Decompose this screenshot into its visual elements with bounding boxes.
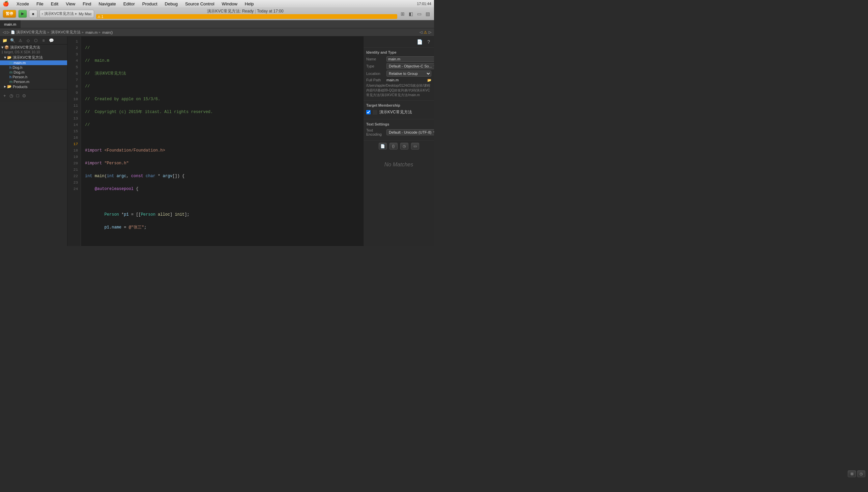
nav-file-main-m[interactable]: m main.m	[0, 60, 67, 65]
identity-section: Identity and Type Name Type Default - Ob…	[364, 48, 434, 101]
breadcrumb-symbol[interactable]: main()	[102, 30, 113, 34]
code-line-1: //	[85, 45, 359, 51]
inspector-split-btn[interactable]: ▭	[411, 143, 419, 149]
target-name-label: 演示KVC常见方法	[379, 109, 412, 115]
location-row: Location Relative to Group	[366, 71, 431, 77]
recent-files-button[interactable]: ◷	[9, 93, 14, 99]
code-line-7: //	[85, 122, 359, 128]
code-line-15: p1.name = @"张三";	[85, 224, 359, 231]
menu-file[interactable]: File	[35, 1, 45, 7]
nav-products-label: Products	[13, 85, 27, 89]
main-content: 📁 🔍 ⚠ ◇ ⬡ ≡ 💬 ▶ 📦 演示KVC常见方法 1 target, OS…	[0, 36, 434, 246]
menu-window[interactable]: Window	[220, 1, 239, 7]
target-membership-title: Target Membership	[366, 103, 431, 107]
identity-title: Identity and Type	[366, 50, 431, 54]
menu-help[interactable]: Help	[243, 1, 255, 7]
navigator-toggle[interactable]: ◧	[407, 10, 415, 17]
file-tab-main[interactable]: main.m	[0, 20, 21, 28]
breadcrumb-project[interactable]: 演示KVC常见方法	[16, 30, 46, 35]
nav-folder-icon[interactable]: 📁	[1, 37, 8, 44]
nav-search-icon[interactable]: 🔍	[9, 37, 16, 44]
reveal-file-btn[interactable]: 📂	[427, 78, 431, 82]
more-options-button[interactable]: ⊙	[22, 93, 27, 99]
nav-file-label-personh: Person.h	[12, 75, 27, 79]
location-select[interactable]: Relative to Group	[387, 71, 431, 77]
h-file-icon: h	[9, 66, 11, 70]
menu-product[interactable]: Product	[141, 1, 159, 7]
inspector-file-btn[interactable]: 📄	[415, 39, 425, 45]
fullpath-label: Full Path	[366, 78, 387, 82]
nav-report-icon[interactable]: ≡	[40, 37, 47, 44]
name-row: Name	[366, 56, 431, 62]
nav-project-root[interactable]: ▶ 📦 演示KVC常见方法	[0, 45, 67, 50]
nav-group-name: 演示KVC常见方法	[13, 55, 43, 60]
warning-badge[interactable]: ⚠ 1	[96, 14, 397, 19]
nav-file-dog-h[interactable]: h Dog.h	[0, 65, 67, 70]
menu-xcode[interactable]: Xcode	[15, 1, 30, 7]
nav-file-person-m[interactable]: m Person.m	[0, 79, 67, 84]
inspector-toggle[interactable]: ▨	[424, 10, 431, 17]
inspector-code-btn[interactable]: {}	[390, 143, 398, 149]
view-toggle-button[interactable]: ⊞	[399, 10, 406, 17]
code-line-14: Person *p1 = [[Person alloc] init];	[85, 212, 359, 218]
code-text[interactable]: // // main.m // 演示KVC常见方法 // // Created …	[81, 36, 363, 246]
breadcrumb-group[interactable]: 演示KVC常见方法	[51, 30, 81, 35]
inspector-history-btn[interactable]: ◷	[400, 143, 409, 149]
run-button[interactable]: ▶	[18, 10, 27, 18]
nav-group[interactable]: ▶ 📂 演示KVC常见方法	[0, 55, 67, 60]
group-folder-icon: 📂	[7, 55, 12, 60]
code-line-11: int main(int argc, const char * argv[]) …	[85, 173, 359, 179]
tab-bar: main.m	[0, 20, 434, 28]
pause-button[interactable]: 暂停	[3, 10, 16, 18]
code-line-12: @autoreleasepool {	[85, 186, 359, 192]
nav-warning-icon[interactable]: ⚠	[17, 37, 24, 44]
nav-file-person-h[interactable]: h Person.h	[0, 75, 67, 79]
nav-breakpoint-icon[interactable]: ⬡	[32, 37, 39, 44]
nav-products[interactable]: ▶ 📂 Products	[0, 84, 67, 89]
code-line-3: // 演示KVC常见方法	[85, 71, 359, 77]
inspector-doc-btn[interactable]: 📄	[379, 143, 387, 149]
target-color	[373, 110, 377, 115]
stop-button[interactable]: ■	[29, 10, 37, 18]
nav-back-btn[interactable]: ◁	[3, 30, 5, 34]
nav-thread-icon[interactable]: 💬	[48, 37, 55, 44]
apple-menu[interactable]: 🍎	[3, 1, 9, 7]
scheme-selector[interactable]: ▪ 演示KVC常见方法 ▸ My Mac	[40, 10, 94, 18]
code-editor[interactable]: 1 2 3 4 5 6 7 8 9 10 11 12 13 14 15 16 1…	[68, 36, 363, 246]
h-file-icon2: h	[9, 75, 11, 79]
prev-issue-btn[interactable]: ◁	[420, 30, 422, 34]
menu-source-control[interactable]: Source Control	[184, 1, 216, 7]
target-membership-section: Target Membership 演示KVC常见方法	[364, 101, 434, 120]
encoding-select[interactable]: Default - Unicode (UTF-8)	[387, 129, 434, 135]
inspector-bottom-icons: 📄 {} ◷ ▭	[364, 141, 434, 151]
m-file-icon3: m	[9, 80, 12, 84]
m-file-icon: m	[9, 61, 12, 65]
nav-bookmark-icon[interactable]: ◇	[25, 37, 31, 44]
menu-find[interactable]: Find	[81, 1, 93, 7]
navigator-panel: 📁 🔍 ⚠ ◇ ⬡ ≡ 💬 ▶ 📦 演示KVC常见方法 1 target, OS…	[0, 36, 68, 246]
menubar: 🍎 Xcode File Edit View Find Navigate Edi…	[0, 0, 434, 7]
expand-products-icon: ▶	[4, 85, 6, 88]
type-select[interactable]: Default - Objective-C So...	[387, 63, 434, 69]
menu-editor[interactable]: Editor	[122, 1, 136, 7]
nav-file-label-dogm: Dog.m	[14, 70, 24, 74]
nav-file-dog-m[interactable]: m Dog.m	[0, 70, 67, 75]
breadcrumb-file[interactable]: main.m	[85, 30, 98, 34]
editor-toggle[interactable]: ▭	[416, 10, 423, 17]
nav-forward-btn[interactable]: ▷	[7, 30, 9, 34]
menu-navigate[interactable]: Navigate	[97, 1, 117, 7]
target-checkbox[interactable]	[366, 110, 371, 115]
next-issue-btn[interactable]: ▷	[429, 30, 431, 34]
inspector-help-btn[interactable]: ?	[425, 39, 432, 45]
code-line-4: //	[85, 83, 359, 90]
menu-view[interactable]: View	[64, 1, 77, 7]
add-file-button[interactable]: +	[3, 93, 7, 99]
project-icon: 📦	[4, 45, 9, 50]
no-matches-label: No Matches	[364, 151, 434, 178]
inspector-top-icons: 📄 ?	[364, 36, 434, 48]
menu-edit[interactable]: Edit	[50, 1, 60, 7]
menu-debug[interactable]: Debug	[163, 1, 179, 7]
name-input[interactable]	[387, 56, 434, 62]
type-row: Type Default - Objective-C So...	[366, 63, 431, 69]
filter-button[interactable]: □	[16, 93, 20, 99]
